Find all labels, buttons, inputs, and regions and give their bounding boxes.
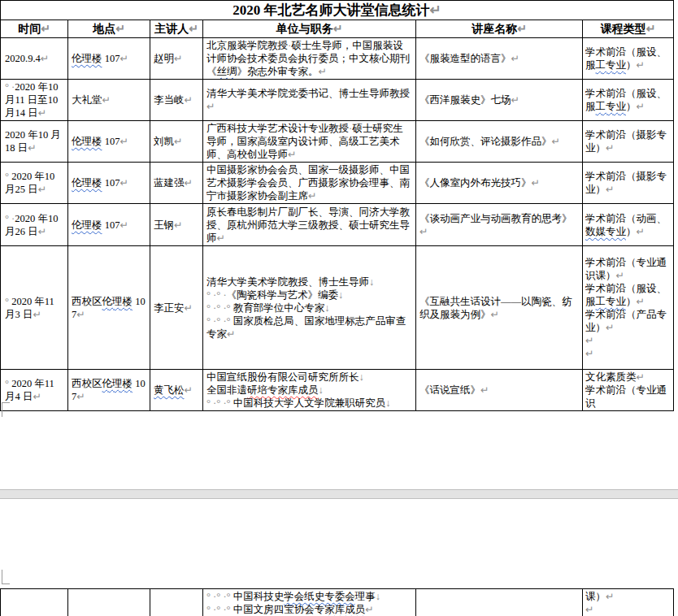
cell-time-row3[interactable]: 2020 年10 月18 日↵ <box>1 121 68 163</box>
cell-speaker-row2[interactable]: 李当岐↵ <box>150 80 203 121</box>
text-line: 中国宣纸股份有限公司研究所所长↓ <box>206 371 412 384</box>
cell-speaker-row-continued[interactable] <box>150 589 203 616</box>
cell-lecture-row3[interactable]: 《如何欣赏、评论摄影作品》↵ <box>416 121 583 163</box>
formatting-mark: ↵ <box>419 226 428 237</box>
formatting-mark: ↵ <box>28 142 36 154</box>
text-line: 学术前沿（摄影专业）↵ <box>585 170 671 196</box>
text-line: 《话说宣纸》↵ <box>419 384 579 397</box>
cell-type-row4[interactable]: 学术前沿（摄影专业）↵ <box>583 163 674 204</box>
text-run: 北京服装学院教授 <box>206 40 288 51</box>
cell-place-row1[interactable]: 伦理楼 107↵ <box>68 38 150 80</box>
formatting-mark: ° · <box>5 213 15 224</box>
lecture-info-table-continued: ° ·° ·° 中国科技史学会纸史专委会理事↓° ·° ·° 中国文房四宝协会专… <box>0 588 674 616</box>
text-line: 全国非遗研培专家库成员↓ <box>206 384 412 397</box>
text-run: 学术前沿（摄影专业） <box>585 129 667 154</box>
text-line: ° 2020 年11 月4 日↵ <box>5 377 64 403</box>
text-run: 107 <box>102 177 120 189</box>
text-run: 讲座名称 <box>472 23 517 35</box>
cell-speaker-row1[interactable]: 赵明↵ <box>150 38 203 80</box>
cell-place-row-continued[interactable] <box>68 589 150 616</box>
cell-affiliation-row-continued[interactable]: ° ·° ·° 中国科技史学会纸史专委会理事↓° ·° ·° 中国文房四宝协会专… <box>203 589 416 616</box>
text-run: 西校区 <box>72 296 102 307</box>
text-line: 李当岐↵ <box>154 93 199 106</box>
text-run: 2020 年10 月25 日 <box>5 171 54 195</box>
cell-type-row-continued[interactable]: 课）↵↵ <box>583 589 674 616</box>
cell-lecture-row6[interactable]: 《互融共生话设计——以陶瓷、纺织及服装为例》↵ <box>416 246 583 370</box>
cell-time-row-continued[interactable] <box>1 589 68 616</box>
formatting-mark: ↵ <box>189 23 198 35</box>
cell-place-row5[interactable]: 伦理楼 107↵ <box>68 204 150 246</box>
text-run: 时间 <box>18 23 41 35</box>
text-run: 2020 年11 月4 日 <box>5 378 54 402</box>
word-document-view: 2020 年北艺名师大讲堂信息统计↵时间↵地点↵主讲人↵单位与职务↵讲座名称↵课… <box>0 0 678 616</box>
text-line: 《人像室内外布光技巧》↵ <box>419 176 579 189</box>
cell-speaker-row5[interactable]: 王钢↵ <box>150 204 203 246</box>
text-run: 学术前沿（产品专业） <box>585 309 667 333</box>
cell-time-row4[interactable]: ° 2020 年10 月25 日↵ <box>1 163 68 204</box>
cell-lecture-row1[interactable]: 《服装造型的语言》↵ <box>416 38 583 80</box>
cell-place-row3[interactable]: 伦理楼 107↵ <box>68 121 150 163</box>
formatting-mark: ↵ <box>552 136 560 147</box>
cell-time-row2[interactable]: ° ·2020 年10 月11 日至10 月14 日↵ <box>1 80 68 121</box>
cell-affiliation-row7[interactable]: 中国宣纸股份有限公司研究所所长↓全国非遗研培专家库成员↓° ·° ·° 中国科技… <box>203 370 416 411</box>
header-time[interactable]: 时间↵ <box>1 20 68 38</box>
cell-affiliation-row4[interactable]: 中国摄影家协会会员、国家一级摄影师、中国艺术摄影学会会员、广西摄影家协会理事、南… <box>203 163 416 204</box>
cell-time-row1[interactable]: 2020.9.4↵ <box>1 38 68 80</box>
cell-affiliation-row6[interactable]: 清华大学美术学院教授、博士生导师↓° ·° ·《陶瓷科学与艺术》编委↓° ·° … <box>203 246 416 370</box>
header-speaker[interactable]: 主讲人↵ <box>150 20 203 38</box>
text-line: 伦理楼 107↵ <box>72 52 146 65</box>
cell-place-row7[interactable]: 西校区伦理楼 107↵ <box>68 370 150 411</box>
cell-affiliation-row5[interactable]: 原长春电影制片厂副厂长、导演、同济大学教授、原杭州师范大学三级教授、硕士研究生导… <box>203 204 416 246</box>
cell-affiliation-row1[interactable]: 北京服装学院教授·硕士生导师，中国服装设计师协会技术委员会执行委员；中文核心期刊… <box>203 38 416 80</box>
text-run: 中国宣纸股份有限公司研究所所长 <box>206 371 359 383</box>
formatting-mark: ↵ <box>585 604 593 615</box>
text-run: 丝绸 <box>217 66 237 77</box>
text-run: 李正安 <box>154 302 185 314</box>
header-lecture[interactable]: 讲座名称↵ <box>416 20 583 38</box>
formatting-mark: ° <box>5 378 11 389</box>
formatting-mark: ↵ <box>120 219 128 231</box>
cell-lecture-row7[interactable]: 《话说宣纸》↵ <box>416 370 583 411</box>
header-type[interactable]: 课程类型↵ <box>583 20 674 38</box>
formatting-mark: ↵ <box>120 136 128 147</box>
formatting-mark: ↵ <box>76 309 85 320</box>
cell-type-row7[interactable]: 文化素质类↵学术前沿（专业通识 <box>583 370 674 411</box>
cell-place-row4[interactable]: 伦理楼 107↵ <box>68 163 150 204</box>
header-place[interactable]: 地点↵ <box>68 20 150 38</box>
cell-speaker-row7[interactable]: 黄飞松↵ <box>150 370 203 411</box>
cell-type-row2[interactable]: 学术前沿（服设、服工专业）↵ <box>583 80 674 121</box>
cell-lecture-row-continued[interactable] <box>416 589 583 616</box>
formatting-mark: ° ·° ·° <box>206 397 233 409</box>
text-run: 中国科技史 <box>233 591 285 602</box>
formatting-mark: ↵ <box>38 184 46 195</box>
cell-affiliation-row2[interactable]: 清华大学美术学院党委书记、博士生导师教授↵ <box>203 80 416 121</box>
cell-speaker-row4[interactable]: 蓝建强↵ <box>150 163 203 204</box>
formatting-mark: ↵ <box>120 53 128 64</box>
cell-speaker-row3[interactable]: 刘凯↵ <box>150 121 203 163</box>
cell-affiliation-row3[interactable]: 广西科技大学艺术设计专业教授·硕士研究生导师，国家高级室内设计师、高级工艺美术师… <box>203 121 416 163</box>
formatting-mark: ↵ <box>288 149 296 160</box>
cell-type-row5[interactable]: 学术前沿（动画、数媒专业）↵ <box>583 204 674 246</box>
header-affiliation[interactable]: 单位与职务↵ <box>203 20 416 38</box>
table-row-7: ° 2020 年11 月4 日↵西校区伦理楼 107↵黄飞松↵中国宣纸股份有限公… <box>1 370 674 411</box>
cell-lecture-row2[interactable]: 《西洋服装史》七场↵ <box>416 80 583 121</box>
cell-speaker-row6[interactable]: 李正安↵ <box>150 246 203 370</box>
cell-type-row6[interactable]: 学术前沿（专业通识课）↵学术前沿（服设、服工专业）↵学术前沿（产品专业）↵↵↵ <box>583 246 674 370</box>
cell-lecture-row4[interactable]: 《人像室内外布光技巧》↵ <box>416 163 583 204</box>
cell-place-row2[interactable]: 大礼堂↵ <box>68 80 150 121</box>
text-run: 《服装造型的语言》 <box>419 53 511 64</box>
table-row-2: ° ·2020 年10 月11 日至10 月14 日↵大礼堂↵李当岐↵清华大学美… <box>1 80 674 121</box>
text-run: 地点 <box>93 23 115 35</box>
cell-type-row1[interactable]: 学术前沿（服设、服工专业）↵ <box>583 38 674 80</box>
cell-type-row3[interactable]: 学术前沿（摄影专业）↵ <box>583 121 674 163</box>
text-run: 学术前沿（专业通识课） <box>585 257 667 281</box>
text-run: 107 <box>102 219 120 231</box>
text-boundary-corner-mark <box>2 402 10 417</box>
cell-place-row6[interactable]: 西校区伦理楼 107↵ <box>68 246 150 370</box>
cell-time-row6[interactable]: ° 2020 年11 月3 日↵ <box>1 246 68 370</box>
cell-time-row5[interactable]: ° ·2020 年10 月26 日↵ <box>1 204 68 246</box>
document-title[interactable]: 2020 年北艺名师大讲堂信息统计↵ <box>1 1 674 20</box>
page-2: ° ·° ·° 中国科技史学会纸史专委会理事↓° ·° ·° 中国文房四宝协会专… <box>0 499 678 616</box>
cell-lecture-row5[interactable]: 《谈动画产业与动画教育的思考》↵ <box>416 204 583 246</box>
cell-time-row7[interactable]: ° 2020 年11 月4 日↵ <box>1 370 68 411</box>
